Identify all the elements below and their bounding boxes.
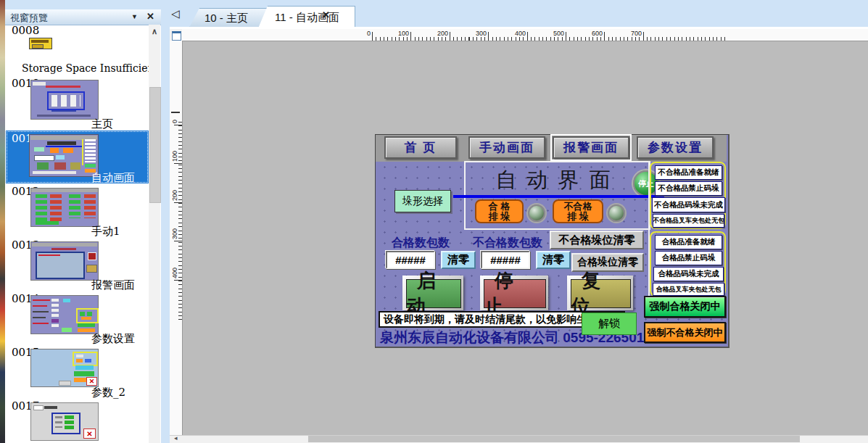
thumb-art — [56, 155, 65, 160]
panel-close-icon[interactable]: ✕ — [146, 11, 154, 22]
force-pass-close-button[interactable]: 强制合格关闭中 — [644, 296, 726, 318]
thumbnail-0015[interactable]: ✕ — [30, 349, 99, 387]
thumb-art — [33, 311, 49, 312]
horizontal-ruler: 0 100 200 300 400 500 600 700 — [182, 29, 868, 41]
preview-item-caption: 主页 — [91, 117, 113, 131]
thumb-art — [51, 299, 59, 328]
nav-button-alarm[interactable]: 报警画面 — [553, 136, 629, 159]
ruler-label: 0 — [171, 120, 178, 123]
panel-top-strip — [5, 0, 161, 9]
thumb-art — [38, 254, 60, 256]
preview-item-caption: 报警画面 — [91, 278, 135, 292]
thumb-art — [44, 406, 57, 409]
close-window-icon: ✕ — [86, 377, 97, 386]
status-pass-incomplete[interactable]: 合格品码垛未完成 — [653, 267, 724, 281]
ruler-major-tick — [410, 32, 411, 41]
pass-count-label: 合格数包数 — [392, 236, 450, 251]
ruler-label: 200 — [171, 190, 178, 201]
thumb-art — [36, 221, 59, 225]
status-fail-incomplete[interactable]: 不合格品码垛未完成 — [652, 197, 725, 212]
ruler-major-tick — [527, 32, 528, 41]
thumb-art — [32, 44, 44, 49]
tab-auto-screen[interactable]: 11 - 自动画面 — [258, 6, 355, 28]
ruler-marker — [171, 112, 180, 113]
title-underline — [453, 195, 664, 198]
thumb-art — [33, 171, 76, 174]
ruler-origin-icon[interactable] — [170, 29, 183, 41]
ruler-label: 500 — [553, 30, 564, 37]
reset-button[interactable]: 复位 — [567, 276, 633, 310]
fail-indicator-lamp — [608, 204, 625, 222]
thumb-art — [88, 252, 96, 260]
status-pass-ready[interactable]: 合格品准备就绪 — [655, 235, 722, 249]
thumb-art — [54, 162, 66, 170]
thumb-art — [33, 82, 46, 86]
thumb-art — [63, 148, 73, 153]
ruler-label: 200 — [437, 30, 448, 37]
status-pass-no-bag[interactable]: 合格品叉车夹包处无包 — [653, 283, 724, 296]
thumb-art — [51, 248, 76, 250]
thumbnail-0011[interactable] — [29, 134, 99, 177]
preview-item-caption: 参数设置 — [91, 332, 135, 346]
status-fail-no-bag[interactable]: 不合格品叉车夹包处无包 — [653, 214, 724, 228]
ruler-label: 700 — [631, 30, 642, 37]
fail-stack-line2: 排 垛 — [567, 212, 589, 222]
stack-shape-select-button[interactable]: 垛形选择 — [394, 190, 451, 212]
scroll-tabs-left-icon[interactable]: ◁ — [171, 7, 180, 20]
preview-item-caption: 参数_2 — [91, 386, 125, 399]
panel-dropdown-icon[interactable]: ▼ — [131, 13, 138, 20]
fail-count-field[interactable]: ##### — [481, 251, 530, 269]
canvas-h-scrollbar-thumb[interactable] — [308, 436, 800, 442]
thumb-art — [85, 359, 91, 363]
scroll-up-icon[interactable]: ∧ — [149, 26, 160, 36]
ruler-major-tick — [174, 280, 182, 281]
thumbnail-0012[interactable] — [30, 188, 99, 227]
unlock-button[interactable]: 解锁 — [582, 312, 637, 335]
pass-count-clear-button[interactable]: 清零 — [441, 251, 476, 269]
force-fail-close-button[interactable]: 强制不合格关闭中 — [644, 322, 726, 343]
thumbnail-0013[interactable] — [30, 241, 99, 281]
nav-button-params[interactable]: 参数设置 — [637, 136, 714, 159]
fail-stack-button[interactable]: 不合格 排 垛 — [553, 199, 603, 223]
thumb-art — [76, 359, 83, 363]
ruler-label: 100 — [398, 30, 409, 37]
thumb-art — [33, 305, 47, 307]
ruler-label: 400 — [171, 268, 178, 278]
start-button[interactable]: 启动 — [402, 276, 463, 310]
thumbnail-0014[interactable] — [30, 295, 99, 334]
nav-button-manual[interactable]: 手动画面 — [468, 136, 545, 159]
pass-count-field[interactable]: ##### — [386, 251, 435, 269]
thumb-art — [86, 265, 97, 273]
preview-item-number: 0008 — [12, 24, 39, 37]
thumb-art — [65, 415, 74, 429]
ruler-major-tick — [372, 32, 373, 41]
nav-button-home[interactable]: 首 页 — [384, 136, 457, 159]
stop-button-face: 停止 — [484, 279, 546, 308]
stop-button[interactable]: 停止 — [480, 276, 548, 310]
thumbnail-0017[interactable]: ✕ — [30, 402, 99, 441]
thumb-art — [31, 40, 49, 43]
tab-close-icon[interactable]: ✕ — [322, 9, 330, 20]
panel-scrollbar-thumb[interactable] — [149, 87, 161, 203]
fail-stack-clear-button[interactable]: 不合格垛位清零 — [550, 231, 644, 249]
background-window-sliver — [0, 0, 5, 443]
thumb-art — [80, 312, 85, 316]
thumb-art — [73, 352, 98, 366]
status-pass-prohibit[interactable]: 合格品禁止码垛 — [655, 251, 722, 265]
fail-count-clear-button[interactable]: 清零 — [536, 251, 571, 269]
close-window-icon: ✕ — [83, 428, 96, 439]
ruler-major-tick — [174, 202, 182, 203]
status-fail-prohibit[interactable]: 不合格品禁止码垛 — [655, 181, 722, 196]
ruler-major-tick — [174, 125, 182, 125]
ruler-major-tick — [643, 32, 644, 41]
status-fail-ready[interactable]: 不合格品准备就绪 — [655, 165, 722, 180]
ruler-major-tick — [566, 32, 566, 41]
thumb-art — [87, 312, 92, 316]
pass-stack-button[interactable]: 合 格 排 垛 — [475, 199, 524, 223]
thumbnail-0010[interactable] — [30, 80, 99, 120]
ruler-minor-ticks — [178, 122, 182, 323]
thumbnail-0008[interactable] — [29, 38, 52, 49]
scroll-left-icon[interactable]: ◂ — [174, 434, 178, 442]
thumb-art — [85, 139, 96, 162]
tab-label: 10 - 主页 — [204, 12, 248, 25]
